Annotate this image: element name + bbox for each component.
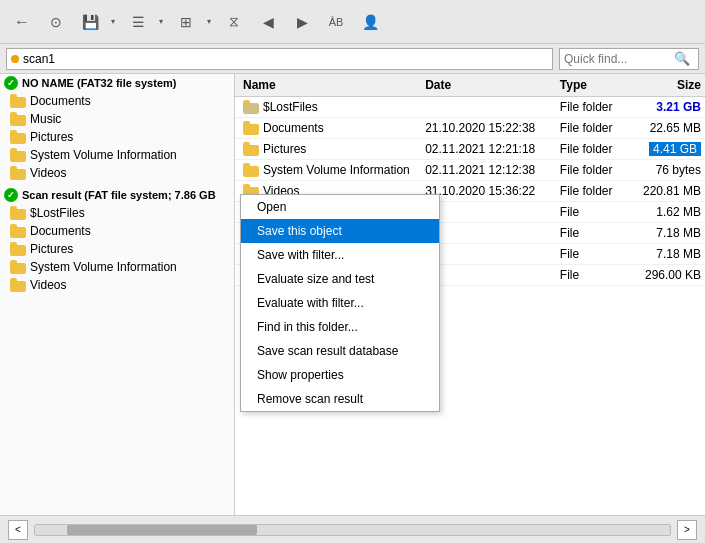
search-box: 🔍 (559, 48, 699, 70)
left-videos-2[interactable]: Videos (0, 276, 234, 294)
main-content: NO NAME (FAT32 file system) Documents Mu… (0, 74, 705, 515)
row-name: Pictures (263, 142, 306, 156)
context-evaluate-filter[interactable]: Evaluate with filter... (241, 291, 439, 315)
grid-button-group: ⊞ ▾ (170, 6, 216, 38)
left-svi-2[interactable]: System Volume Information (0, 258, 234, 276)
left-pictures-1-label: Pictures (30, 130, 73, 144)
row-type: File folder (556, 140, 631, 158)
status-next-button[interactable]: > (677, 520, 697, 540)
col-size-header[interactable]: Size (630, 76, 705, 94)
context-menu: Open Save this object Save with filter..… (240, 194, 440, 412)
row-date: 02.11.2021 12:12:38 (421, 161, 556, 179)
left-pictures-2[interactable]: Pictures (0, 240, 234, 258)
row-date (421, 105, 556, 109)
left-panel: NO NAME (FAT32 file system) Documents Mu… (0, 74, 235, 515)
left-documents-1[interactable]: Documents (0, 92, 234, 110)
left-pictures-2-label: Pictures (30, 242, 73, 256)
save-button-group: 💾 ▾ (74, 6, 120, 38)
row-date: 21.10.2020 15:22:38 (421, 119, 556, 137)
col-name-header[interactable]: Name (235, 76, 421, 94)
left-documents-1-label: Documents (30, 94, 91, 108)
left-music-1[interactable]: Music (0, 110, 234, 128)
list-dropdown-arrow[interactable]: ▾ (154, 6, 168, 38)
row-name: $LostFiles (263, 100, 318, 114)
context-evaluate-test[interactable]: Evaluate size and test (241, 267, 439, 291)
grid-dropdown-arrow[interactable]: ▾ (202, 6, 216, 38)
left-svi-1[interactable]: System Volume Information (0, 146, 234, 164)
context-save-scan-db[interactable]: Save scan result database (241, 339, 439, 363)
context-remove-scan[interactable]: Remove scan result (241, 387, 439, 411)
left-documents-2[interactable]: Documents (0, 222, 234, 240)
address-input[interactable]: scan1 (6, 48, 553, 70)
back-button[interactable]: ← (6, 6, 38, 38)
row-size: 7.18 MB (630, 245, 705, 263)
folder-icon (243, 163, 259, 177)
file-table-header: Name Date Type Size (235, 74, 705, 97)
user-button[interactable]: 👤 (354, 6, 386, 38)
row-size: 4.41 GB (630, 140, 705, 158)
context-open[interactable]: Open (241, 195, 439, 219)
status-prev-button[interactable]: < (8, 520, 28, 540)
save-button[interactable]: 💾 (74, 6, 106, 38)
scan-result-icon (4, 188, 18, 202)
search-input[interactable] (564, 52, 674, 66)
table-row[interactable]: Pictures 02.11.2021 12:21:18 File folder… (235, 139, 705, 160)
folder-icon (10, 130, 26, 144)
search-button[interactable]: ⊙ (40, 6, 72, 38)
row-date: 02.11.2021 12:21:18 (421, 140, 556, 158)
scroll-thumb (67, 525, 258, 535)
row-size: 76 bytes (630, 161, 705, 179)
context-save-filter[interactable]: Save with filter... (241, 243, 439, 267)
prev-button[interactable]: ◀ (252, 6, 284, 38)
row-size: 22.65 MB (630, 119, 705, 137)
left-videos-2-label: Videos (30, 278, 66, 292)
scan-result-label: Scan result (FAT file system; 7.86 GB (22, 189, 216, 201)
folder-icon (10, 260, 26, 274)
text-button[interactable]: ÂB (320, 6, 352, 38)
left-lostfiles-2[interactable]: $LostFiles (0, 204, 234, 222)
folder-icon (10, 278, 26, 292)
context-save-object[interactable]: Save this object (241, 219, 439, 243)
context-find-folder[interactable]: Find in this folder... (241, 315, 439, 339)
no-name-label: NO NAME (FAT32 file system) (22, 77, 176, 89)
row-size: 1.62 MB (630, 203, 705, 221)
next-button[interactable]: ▶ (286, 6, 318, 38)
row-type: File folder (556, 161, 631, 179)
row-name: System Volume Information (263, 163, 410, 177)
row-date (421, 252, 556, 256)
row-type: File (556, 266, 631, 284)
row-date (421, 231, 556, 235)
left-videos-1-label: Videos (30, 166, 66, 180)
row-type: File folder (556, 98, 631, 116)
left-videos-1[interactable]: Videos (0, 164, 234, 182)
row-date (421, 273, 556, 277)
left-pictures-1[interactable]: Pictures (0, 128, 234, 146)
row-date (421, 210, 556, 214)
left-svi-2-label: System Volume Information (30, 260, 177, 274)
left-svi-1-label: System Volume Information (30, 148, 177, 162)
table-row[interactable]: $LostFiles File folder 3.21 GB (235, 97, 705, 118)
search-icon[interactable]: 🔍 (674, 51, 690, 66)
row-type: File (556, 203, 631, 221)
no-name-icon (4, 76, 18, 90)
binoculars-button[interactable]: ⧖ (218, 6, 250, 38)
address-path: scan1 (23, 52, 55, 66)
col-date-header[interactable]: Date (421, 76, 556, 94)
row-type: File (556, 245, 631, 263)
folder-icon (10, 224, 26, 238)
context-show-properties[interactable]: Show properties (241, 363, 439, 387)
save-dropdown-arrow[interactable]: ▾ (106, 6, 120, 38)
folder-icon (10, 206, 26, 220)
folder-icon (10, 94, 26, 108)
scroll-track[interactable] (34, 524, 671, 536)
status-bar: < > (0, 515, 705, 543)
table-row[interactable]: Documents 21.10.2020 15:22:38 File folde… (235, 118, 705, 139)
table-row[interactable]: System Volume Information 02.11.2021 12:… (235, 160, 705, 181)
grid-button[interactable]: ⊞ (170, 6, 202, 38)
scan-result-section[interactable]: Scan result (FAT file system; 7.86 GB (0, 186, 234, 204)
address-bar: scan1 🔍 (0, 44, 705, 74)
col-type-header[interactable]: Type (556, 76, 631, 94)
list-button[interactable]: ☰ (122, 6, 154, 38)
row-type: File folder (556, 119, 631, 137)
no-name-section[interactable]: NO NAME (FAT32 file system) (0, 74, 234, 92)
